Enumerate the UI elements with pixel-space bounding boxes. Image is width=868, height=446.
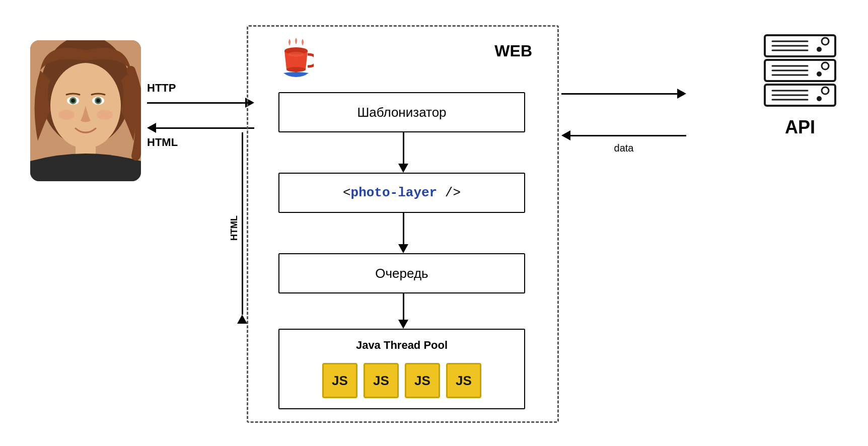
photo-layer-box: <photo-layer /> [278,173,525,213]
svg-point-8 [96,99,100,103]
shablon-text: Шаблонизатор [357,105,446,120]
svg-point-21 [817,47,822,52]
svg-point-10 [58,110,75,120]
svg-point-27 [817,71,822,77]
svg-point-13 [286,67,306,72]
data-left-arrow: data [561,128,686,154]
svg-point-11 [97,110,113,120]
thread-pool-title: Java Thread Pool [356,339,448,352]
java-logo: Java [278,37,314,82]
http-label: HTTP [147,82,254,108]
js-box-3: JS [405,363,440,398]
js-box-2: JS [364,363,399,398]
svg-point-5 [71,99,75,103]
arrow-photo-to-ochered [398,213,408,253]
api-label: API [760,117,840,138]
svg-point-33 [817,96,822,101]
api-right-arrow [561,87,686,99]
svg-point-32 [822,87,829,94]
web-title: WEB [494,42,532,60]
html-vertical-arrow: HTML [237,132,247,324]
canvas: HTTP HTML WEB [0,0,868,446]
data-label: data [561,142,686,154]
js-box-1: JS [322,363,357,398]
api-server: API [760,30,840,138]
web-box: WEB Java [247,25,559,423]
svg-text:Java: Java [288,79,304,80]
photo-layer-text: <photo-layer /> [343,185,461,200]
js-box-4: JS [446,363,481,398]
arrow-shablon-to-photo [398,132,408,173]
arrow-ochered-to-pool [398,293,408,329]
svg-point-26 [822,62,829,69]
js-boxes-container: JS JS JS JS [322,363,481,398]
svg-point-14 [288,52,304,57]
thread-pool-box: Java Thread Pool JS JS JS JS [278,329,525,409]
svg-point-20 [822,38,829,45]
ochered-box: Очередь [278,253,525,293]
person-photo [30,40,141,181]
html-vertical-label: HTML [229,215,240,241]
ochered-text: Очередь [375,266,428,281]
shablon-box: Шаблонизатор [278,92,525,132]
